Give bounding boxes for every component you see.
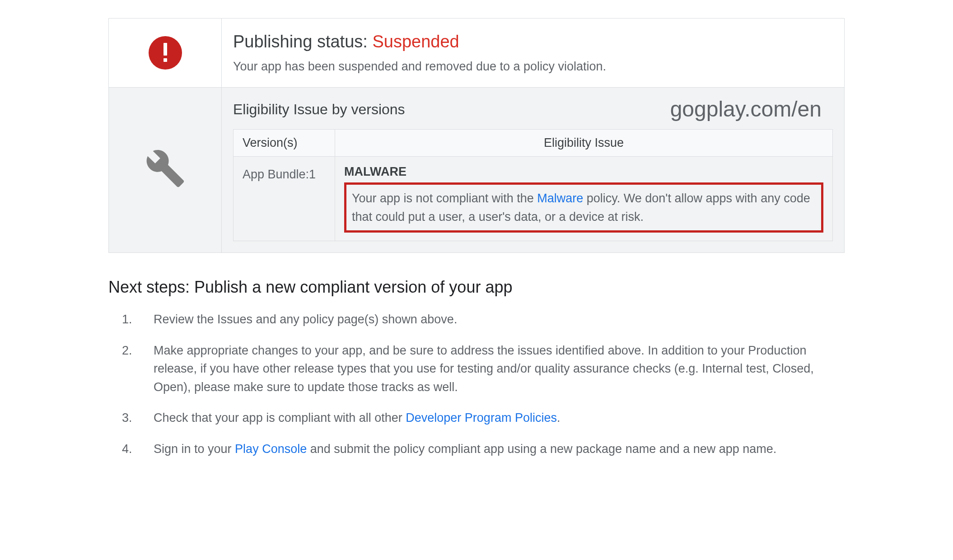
status-icon-cell [109,19,222,87]
step3-suffix: . [557,411,561,425]
cell-version: App Bundle:1 [234,157,335,241]
status-description: Your app has been suspended and removed … [233,60,833,74]
status-header-row: Publishing status: Suspended Your app ha… [109,19,844,88]
svg-rect-1 [164,58,167,62]
list-item: Check that your app is compliant with al… [122,409,845,427]
next-steps-list: Review the Issues and any policy page(s)… [108,310,845,458]
svg-rect-0 [164,43,167,56]
step4-prefix: Sign in to your [154,442,235,456]
cell-issue: MALWARE Your app is not compliant with t… [335,157,833,241]
column-issue: Eligibility Issue [335,130,833,157]
malware-policy-link[interactable]: Malware [537,191,583,205]
status-label: Publishing status: [233,32,372,51]
wrench-icon-cell [109,88,222,252]
status-panel: Publishing status: Suspended Your app ha… [108,18,845,253]
issue-title: MALWARE [344,165,823,179]
publishing-status-title: Publishing status: Suspended [233,32,833,51]
issue-desc-prefix: Your app is not compliant with the [352,191,537,205]
column-version: Version(s) [234,130,335,157]
table-row: App Bundle:1 MALWARE Your app is not com… [234,157,833,241]
wrench-icon [145,148,186,192]
issues-row: gogplay.com/en Eligibility Issue by vers… [109,88,844,252]
list-item: Sign in to your Play Console and submit … [122,440,845,458]
list-item: Review the Issues and any policy page(s)… [122,310,845,329]
issues-content: gogplay.com/en Eligibility Issue by vers… [222,88,844,252]
issue-description-highlight: Your app is not compliant with the Malwa… [344,182,823,233]
alert-icon [149,36,182,70]
table-header-row: Version(s) Eligibility Issue [234,130,833,157]
list-item: Make appropriate changes to your app, an… [122,341,845,397]
developer-policies-link[interactable]: Developer Program Policies [406,411,557,425]
issues-table: Version(s) Eligibility Issue App Bundle:… [233,129,833,241]
status-value: Suspended [372,32,459,51]
play-console-link[interactable]: Play Console [235,442,307,456]
step3-prefix: Check that your app is compliant with al… [154,411,406,425]
watermark-text: gogplay.com/en [670,97,822,121]
status-text-cell: Publishing status: Suspended Your app ha… [222,19,844,87]
step4-suffix: and submit the policy compliant app usin… [307,442,776,456]
next-steps-heading: Next steps: Publish a new compliant vers… [108,278,845,297]
